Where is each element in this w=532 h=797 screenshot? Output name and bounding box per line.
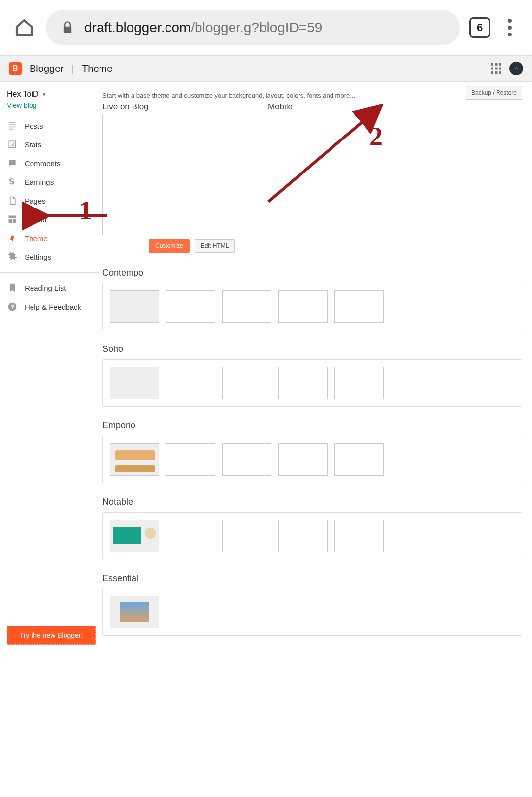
earnings-icon xyxy=(7,176,18,187)
mobile-preview-box[interactable] xyxy=(268,114,348,235)
edit-html-button[interactable]: Edit HTML xyxy=(195,239,235,253)
theme-thumb[interactable] xyxy=(222,520,271,552)
theme-thumb[interactable] xyxy=(334,290,384,323)
posts-icon xyxy=(7,120,18,131)
customize-button[interactable]: Customize xyxy=(149,239,190,253)
view-blog-link[interactable]: View blog xyxy=(0,100,99,116)
theme-thumb[interactable] xyxy=(110,520,159,552)
theme-thumb[interactable] xyxy=(110,443,159,476)
theme-thumb[interactable] xyxy=(222,290,271,323)
page-title: Theme xyxy=(82,63,112,74)
theme-title: Notable xyxy=(102,497,522,507)
avatar[interactable]: ⌂ xyxy=(509,62,523,75)
url-bar[interactable]: draft.blogger.com/blogger.g?blogID=59 xyxy=(46,10,460,45)
sidebar-item-pages[interactable]: Pages xyxy=(0,191,99,210)
bookmark-icon xyxy=(7,282,18,293)
theme-section-essential: Essential xyxy=(102,573,522,636)
theme-title: Contempo xyxy=(102,268,522,278)
url-text: draft.blogger.com/blogger.g?blogID=59 xyxy=(84,20,322,35)
home-icon[interactable] xyxy=(12,16,36,39)
sidebar-item-earnings[interactable]: Earnings xyxy=(0,173,99,191)
svg-rect-1 xyxy=(495,63,498,66)
theme-thumb[interactable] xyxy=(222,367,271,399)
theme-thumb[interactable] xyxy=(166,443,215,476)
theme-title: Essential xyxy=(102,573,522,584)
sidebar-item-label: Pages xyxy=(25,197,46,205)
lock-icon xyxy=(61,21,74,35)
theme-title: Emporio xyxy=(102,420,522,431)
svg-rect-3 xyxy=(491,68,493,70)
breadcrumb-divider: | xyxy=(71,63,74,74)
theme-thumb[interactable] xyxy=(110,367,159,399)
blog-name: Hex ToiD xyxy=(7,90,39,99)
mobile-preview-label: Mobile xyxy=(268,102,348,112)
theme-thumb[interactable] xyxy=(278,367,328,399)
svg-rect-8 xyxy=(499,71,501,74)
sidebar-item-label: Theme xyxy=(25,234,48,243)
live-preview-box[interactable] xyxy=(102,114,263,235)
sidebar-item-theme[interactable]: Theme xyxy=(0,229,99,247)
sidebar-item-label: Settings xyxy=(25,253,51,261)
svg-rect-2 xyxy=(499,63,501,66)
sidebar-item-reading-list[interactable]: Reading List xyxy=(0,278,99,297)
theme-section-notable: Notable xyxy=(102,497,522,559)
more-icon[interactable] xyxy=(500,18,520,37)
sidebar-item-label: Comments xyxy=(25,159,61,168)
gear-icon xyxy=(7,251,18,262)
sidebar-item-layout[interactable]: Layout xyxy=(0,210,99,229)
theme-thumb[interactable] xyxy=(334,367,384,399)
sidebar-item-stats[interactable]: Stats xyxy=(0,135,99,154)
sidebar-item-comments[interactable]: Comments xyxy=(0,154,99,173)
svg-rect-6 xyxy=(491,71,493,74)
main-content: Backup / Restore Start with a base theme… xyxy=(99,82,532,659)
blogger-logo[interactable]: B xyxy=(9,62,22,75)
sidebar-item-label: Stats xyxy=(25,140,41,149)
sidebar-item-label: Reading List xyxy=(25,284,66,292)
browser-toolbar: draft.blogger.com/blogger.g?blogID=59 6 xyxy=(0,0,532,56)
theme-thumb[interactable] xyxy=(110,596,159,628)
theme-title: Soho xyxy=(102,344,522,354)
theme-thumb[interactable] xyxy=(278,520,328,552)
caret-down-icon: ▼ xyxy=(42,92,47,97)
intro-text: Start with a base theme and customize yo… xyxy=(102,92,522,99)
stats-icon xyxy=(7,139,18,150)
theme-thumb[interactable] xyxy=(110,290,159,323)
url-host: draft.blogger.com xyxy=(84,20,191,35)
try-new-blogger-button[interactable]: Try the new Blogger! xyxy=(7,626,96,645)
theme-thumb[interactable] xyxy=(222,443,271,476)
help-icon xyxy=(7,301,18,312)
svg-rect-7 xyxy=(495,71,498,74)
sidebar-item-label: Help & Feedback xyxy=(25,303,81,311)
theme-section-emporio: Emporio xyxy=(102,420,522,483)
app-title: Blogger xyxy=(30,63,64,74)
tab-count[interactable]: 6 xyxy=(469,17,490,38)
svg-rect-4 xyxy=(495,68,498,70)
theme-section-contempo: Contempo xyxy=(102,268,522,330)
layout-icon xyxy=(7,214,18,225)
comments-icon xyxy=(7,158,18,169)
sidebar-item-help[interactable]: Help & Feedback xyxy=(0,297,99,316)
app-header: B Blogger | Theme ⌂ xyxy=(0,56,532,82)
pages-icon xyxy=(7,195,18,206)
svg-rect-5 xyxy=(499,68,501,70)
url-path: /blogger.g?blogID=59 xyxy=(191,20,322,35)
theme-thumb[interactable] xyxy=(166,290,215,323)
theme-thumb[interactable] xyxy=(278,443,328,476)
theme-thumb[interactable] xyxy=(278,290,328,323)
backup-restore-button[interactable]: Backup / Restore xyxy=(466,86,522,100)
theme-thumb[interactable] xyxy=(334,443,384,476)
sidebar: Hex ToiD ▼ View blog Posts Stats Comment… xyxy=(0,82,99,659)
sidebar-item-settings[interactable]: Settings xyxy=(0,247,99,266)
svg-rect-0 xyxy=(491,63,493,66)
live-preview-label: Live on Blog xyxy=(102,102,263,112)
sidebar-item-label: Layout xyxy=(25,215,47,224)
sidebar-item-label: Earnings xyxy=(25,178,54,186)
theme-thumb[interactable] xyxy=(166,520,215,552)
apps-icon[interactable] xyxy=(491,63,501,74)
sidebar-item-posts[interactable]: Posts xyxy=(0,116,99,135)
blog-selector[interactable]: Hex ToiD ▼ xyxy=(0,88,99,100)
theme-thumb[interactable] xyxy=(334,520,384,552)
theme-icon xyxy=(7,233,18,243)
theme-thumb[interactable] xyxy=(166,367,215,399)
sidebar-item-label: Posts xyxy=(25,122,43,130)
